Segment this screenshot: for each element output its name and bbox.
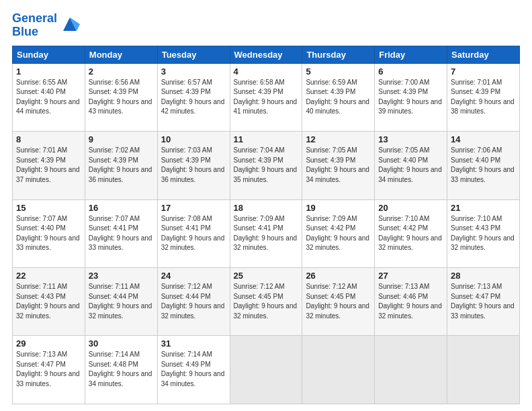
day-number: 11 (234, 134, 299, 144)
day-number: 25 (234, 271, 299, 281)
calendar-day-cell: 3 Sunrise: 6:57 AM Sunset: 4:39 PM Dayli… (157, 63, 230, 131)
logo: General Blue (12, 12, 80, 39)
calendar-day-cell: 10 Sunrise: 7:03 AM Sunset: 4:39 PM Dayl… (157, 132, 230, 199)
calendar-day-cell: 4 Sunrise: 6:58 AM Sunset: 4:39 PM Dayli… (230, 63, 302, 131)
header: General Blue (12, 12, 520, 39)
calendar-week-row: 1 Sunrise: 6:55 AM Sunset: 4:40 PM Dayli… (13, 63, 520, 131)
logo-blue: Blue (12, 25, 38, 38)
day-info: Sunrise: 7:13 AM Sunset: 4:47 PM Dayligh… (451, 282, 516, 321)
daylight-label: Daylight: 9 hours and 36 minutes. (161, 166, 225, 183)
daylight-label: Daylight: 9 hours and 33 minutes. (16, 370, 80, 387)
daylight-label: Daylight: 9 hours and 34 minutes. (89, 370, 152, 387)
sunrise-label: Sunrise: 6:55 AM (16, 79, 67, 86)
logo-text: General Blue (12, 12, 57, 39)
daylight-label: Daylight: 9 hours and 32 minutes. (234, 302, 298, 320)
sunset-label: Sunset: 4:49 PM (161, 361, 211, 368)
calendar-day-cell: 16 Sunrise: 7:07 AM Sunset: 4:41 PM Dayl… (85, 199, 157, 267)
day-of-week-thursday: Thursday (302, 46, 375, 63)
day-info: Sunrise: 7:11 AM Sunset: 4:44 PM Dayligh… (89, 282, 154, 321)
calendar-day-cell: 13 Sunrise: 7:05 AM Sunset: 4:40 PM Dayl… (375, 132, 447, 199)
calendar-day-cell: 5 Sunrise: 6:59 AM Sunset: 4:39 PM Dayli… (302, 63, 375, 131)
sunset-label: Sunset: 4:39 PM (234, 88, 283, 95)
day-number: 9 (89, 134, 154, 144)
sunrise-label: Sunrise: 7:12 AM (161, 283, 212, 290)
day-info: Sunrise: 7:10 AM Sunset: 4:42 PM Dayligh… (378, 214, 443, 253)
daylight-label: Daylight: 9 hours and 33 minutes. (89, 234, 152, 252)
day-number: 2 (89, 66, 154, 77)
daylight-label: Daylight: 9 hours and 44 minutes. (16, 98, 80, 116)
calendar-day-cell: 15 Sunrise: 7:07 AM Sunset: 4:40 PM Dayl… (13, 199, 85, 267)
sunrise-label: Sunrise: 7:14 AM (161, 351, 212, 358)
day-number: 22 (16, 271, 81, 281)
sunset-label: Sunset: 4:39 PM (16, 156, 66, 164)
sunrise-label: Sunrise: 7:06 AM (451, 146, 502, 154)
sunrise-label: Sunrise: 6:56 AM (89, 79, 140, 86)
sunset-label: Sunset: 4:44 PM (89, 293, 138, 300)
daylight-label: Daylight: 9 hours and 32 minutes. (306, 302, 369, 320)
day-of-week-wednesday: Wednesday (230, 46, 302, 63)
sunset-label: Sunset: 4:42 PM (306, 224, 355, 232)
day-info: Sunrise: 7:13 AM Sunset: 4:47 PM Dayligh… (16, 350, 81, 389)
daylight-label: Daylight: 9 hours and 34 minutes. (306, 166, 369, 183)
calendar-day-cell: 6 Sunrise: 7:00 AM Sunset: 4:39 PM Dayli… (375, 63, 447, 131)
sunset-label: Sunset: 4:43 PM (16, 293, 66, 300)
sunset-label: Sunset: 4:39 PM (306, 88, 355, 95)
sunset-label: Sunset: 4:39 PM (234, 156, 283, 164)
daylight-label: Daylight: 9 hours and 33 minutes. (451, 166, 515, 183)
day-info: Sunrise: 7:14 AM Sunset: 4:48 PM Dayligh… (89, 350, 154, 389)
daylight-label: Daylight: 9 hours and 32 minutes. (378, 302, 442, 320)
day-number: 23 (89, 271, 154, 281)
day-of-week-saturday: Saturday (447, 46, 520, 63)
daylight-label: Daylight: 9 hours and 32 minutes. (89, 302, 152, 320)
day-info: Sunrise: 7:07 AM Sunset: 4:41 PM Dayligh… (89, 214, 154, 253)
calendar-day-cell: 26 Sunrise: 7:12 AM Sunset: 4:45 PM Dayl… (302, 268, 375, 336)
day-info: Sunrise: 7:00 AM Sunset: 4:39 PM Dayligh… (378, 78, 443, 117)
day-info: Sunrise: 7:12 AM Sunset: 4:44 PM Dayligh… (161, 282, 226, 321)
day-of-week-sunday: Sunday (13, 46, 85, 63)
sunrise-label: Sunrise: 7:08 AM (161, 215, 212, 222)
calendar-week-row: 29 Sunrise: 7:13 AM Sunset: 4:47 PM Dayl… (13, 336, 520, 404)
sunrise-label: Sunrise: 7:01 AM (451, 79, 502, 86)
day-info: Sunrise: 6:58 AM Sunset: 4:39 PM Dayligh… (234, 78, 299, 117)
sunset-label: Sunset: 4:48 PM (89, 361, 138, 368)
day-number: 3 (161, 66, 226, 77)
day-number: 26 (306, 271, 371, 281)
sunset-label: Sunset: 4:39 PM (306, 156, 355, 164)
day-info: Sunrise: 7:04 AM Sunset: 4:39 PM Dayligh… (234, 146, 299, 185)
sunset-label: Sunset: 4:46 PM (378, 293, 428, 300)
sunrise-label: Sunrise: 7:13 AM (378, 283, 429, 290)
daylight-label: Daylight: 9 hours and 42 minutes. (161, 98, 225, 116)
calendar-table: SundayMondayTuesdayWednesdayThursdayFrid… (12, 46, 520, 404)
day-number: 7 (451, 66, 516, 77)
sunset-label: Sunset: 4:39 PM (451, 88, 500, 95)
day-number: 20 (378, 203, 443, 213)
calendar-day-cell: 14 Sunrise: 7:06 AM Sunset: 4:40 PM Dayl… (447, 132, 520, 199)
day-info: Sunrise: 6:56 AM Sunset: 4:39 PM Dayligh… (89, 78, 154, 117)
sunrise-label: Sunrise: 7:10 AM (378, 215, 429, 222)
daylight-label: Daylight: 9 hours and 34 minutes. (378, 166, 442, 183)
daylight-label: Daylight: 9 hours and 32 minutes. (306, 234, 369, 252)
day-number: 18 (234, 203, 299, 213)
logo-general: General (12, 11, 57, 25)
day-number: 8 (16, 134, 81, 144)
day-of-week-monday: Monday (85, 46, 157, 63)
sunset-label: Sunset: 4:40 PM (16, 88, 66, 95)
day-info: Sunrise: 7:03 AM Sunset: 4:39 PM Dayligh… (161, 146, 226, 185)
sunset-label: Sunset: 4:39 PM (161, 88, 211, 95)
calendar-day-cell: 31 Sunrise: 7:14 AM Sunset: 4:49 PM Dayl… (157, 336, 230, 404)
day-info: Sunrise: 6:59 AM Sunset: 4:39 PM Dayligh… (306, 78, 371, 117)
day-number: 6 (378, 66, 443, 77)
day-number: 15 (16, 203, 81, 213)
sunset-label: Sunset: 4:44 PM (161, 293, 211, 300)
daylight-label: Daylight: 9 hours and 32 minutes. (161, 234, 225, 252)
calendar-day-cell: 25 Sunrise: 7:12 AM Sunset: 4:45 PM Dayl… (230, 268, 302, 336)
calendar-day-cell: 22 Sunrise: 7:11 AM Sunset: 4:43 PM Dayl… (13, 268, 85, 336)
daylight-label: Daylight: 9 hours and 34 minutes. (161, 370, 225, 387)
sunrise-label: Sunrise: 7:07 AM (89, 215, 140, 222)
sunrise-label: Sunrise: 7:04 AM (234, 146, 285, 154)
sunrise-label: Sunrise: 7:13 AM (451, 283, 502, 290)
calendar-day-cell: 20 Sunrise: 7:10 AM Sunset: 4:42 PM Dayl… (375, 199, 447, 267)
sunrise-label: Sunrise: 6:57 AM (161, 79, 212, 86)
daylight-label: Daylight: 9 hours and 32 minutes. (234, 234, 298, 252)
sunset-label: Sunset: 4:42 PM (378, 224, 428, 232)
